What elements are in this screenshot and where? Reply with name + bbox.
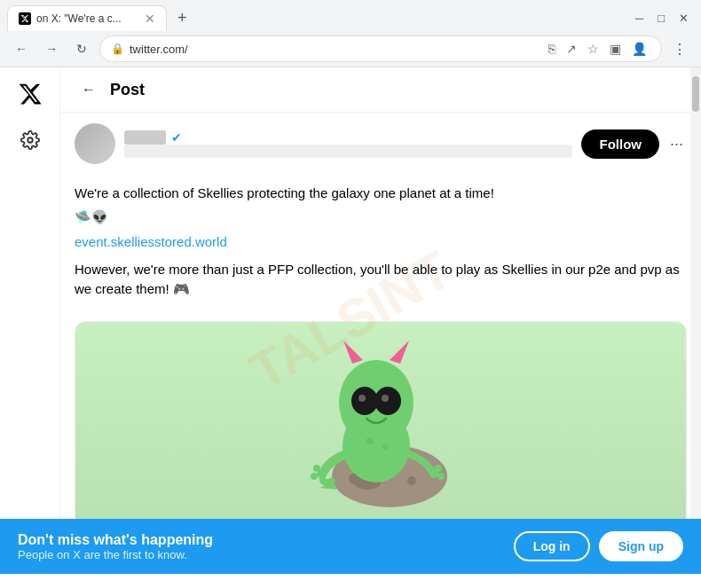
x-logo[interactable] [14, 78, 46, 110]
share-icon[interactable]: ↗ [563, 40, 580, 58]
signup-button[interactable]: Sign up [599, 531, 683, 561]
svg-point-22 [382, 444, 388, 450]
avatar[interactable] [75, 123, 115, 164]
page-container: ← Post ✔ [0, 67, 701, 574]
profile-handle [124, 145, 572, 158]
lock-icon: 🔒 [111, 43, 124, 55]
banner-title: Don't miss what's happening [18, 532, 213, 548]
url-text: twitter.com/ [130, 43, 540, 56]
svg-point-0 [28, 137, 33, 143]
post-image[interactable] [75, 321, 687, 534]
screen-cast-icon[interactable]: ⎘ [545, 40, 559, 58]
post-emojis: 🛸👽 [75, 209, 687, 225]
svg-point-8 [351, 387, 378, 415]
profile-row: ✔ Follow ··· [75, 123, 687, 164]
banner-buttons: Log in Sign up [514, 531, 683, 561]
profile-actions: Follow ··· [581, 129, 687, 159]
window-controls: ─ □ ✕ [630, 10, 694, 27]
tab-title: on X: "We're a c... [36, 12, 139, 25]
minimize-button[interactable]: ─ [630, 10, 649, 27]
svg-point-4 [407, 476, 416, 485]
address-bar: ← → ↻ 🔒 twitter.com/ ⎘ ↗ ☆ ▣ 👤 ⋮ [0, 31, 701, 67]
post-link[interactable]: event.skelliesstored.world [75, 234, 687, 249]
profile-section: ✔ Follow ··· [60, 113, 701, 184]
scrollbar[interactable] [690, 67, 701, 574]
svg-point-17 [311, 473, 318, 480]
sidebar [0, 67, 60, 574]
new-tab-button[interactable]: + [170, 5, 194, 31]
browser-menu-button[interactable]: ⋮ [667, 37, 692, 61]
url-actions: ⎘ ↗ ☆ ▣ 👤 [545, 40, 650, 58]
active-tab[interactable]: on X: "We're a c... ✕ [7, 5, 167, 31]
browser-view-icon[interactable]: ▣ [606, 40, 625, 58]
settings-button[interactable] [14, 124, 46, 156]
url-bar[interactable]: 🔒 twitter.com/ ⎘ ↗ ☆ ▣ 👤 [99, 35, 662, 62]
svg-point-19 [435, 465, 442, 472]
post-content: We're a collection of Skellies protectin… [60, 184, 701, 321]
svg-point-20 [437, 473, 445, 480]
back-button[interactable]: ← [9, 36, 34, 61]
profile-name [124, 130, 166, 145]
banner-text: Don't miss what's happening People on X … [18, 532, 213, 561]
refresh-button[interactable]: ↻ [69, 36, 94, 61]
verified-badge: ✔ [171, 130, 182, 145]
tab-favicon [19, 12, 31, 25]
profile-info: ✔ [124, 130, 572, 158]
alien-illustration [75, 322, 686, 533]
post-header: ← Post [60, 67, 701, 113]
svg-marker-12 [343, 341, 363, 364]
post-title: Post [110, 81, 145, 99]
svg-point-9 [374, 387, 401, 415]
tab-close-button[interactable]: ✕ [145, 12, 155, 26]
svg-marker-13 [390, 341, 409, 364]
svg-point-16 [313, 465, 320, 472]
follow-button[interactable]: Follow [581, 129, 659, 159]
profile-name-row: ✔ [124, 130, 572, 145]
svg-point-21 [366, 437, 374, 444]
bookmark-icon[interactable]: ☆ [584, 40, 603, 58]
svg-point-11 [382, 395, 389, 402]
profile-icon[interactable]: 👤 [628, 40, 650, 58]
avatar-image [75, 123, 115, 164]
maximize-button[interactable]: □ [652, 10, 670, 27]
close-button[interactable]: ✕ [673, 10, 694, 27]
login-button[interactable]: Log in [514, 531, 590, 561]
banner-subtitle: People on X are the first to know. [18, 548, 213, 561]
post-text-2: However, we're more than just a PFP coll… [75, 260, 687, 300]
back-button[interactable]: ← [75, 78, 103, 101]
scrollbar-thumb[interactable] [692, 76, 699, 112]
forward-button[interactable]: → [39, 36, 64, 61]
post-text-1: We're a collection of Skellies protectin… [75, 184, 687, 204]
svg-point-10 [358, 395, 366, 402]
bottom-banner: Don't miss what's happening People on X … [0, 519, 701, 574]
more-options-button[interactable]: ··· [666, 131, 687, 157]
main-content: ← Post ✔ [60, 67, 701, 574]
